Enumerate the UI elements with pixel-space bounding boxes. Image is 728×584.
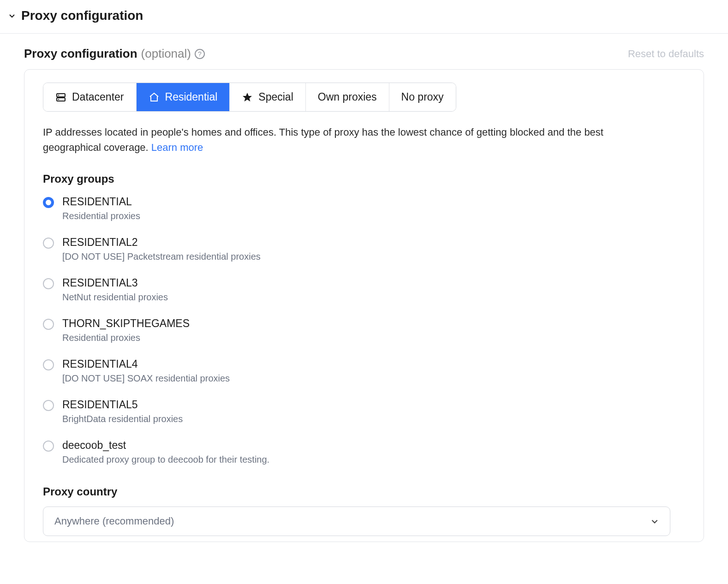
radio-title: RESIDENTIAL2	[62, 236, 261, 249]
home-icon	[149, 92, 160, 103]
chevron-down-icon	[650, 517, 659, 525]
proxy-group-radio[interactable]: RESIDENTIAL4 [DO NOT USE] SOAX residenti…	[43, 358, 685, 384]
radio-subtitle: [DO NOT USE] SOAX residential proxies	[62, 373, 230, 384]
svg-marker-4	[243, 93, 252, 101]
radio-texts: RESIDENTIAL4 [DO NOT USE] SOAX residenti…	[62, 358, 230, 384]
radio-subtitle: Residential proxies	[62, 211, 140, 221]
tab-label: Own proxies	[318, 91, 377, 103]
proxy-group-radio[interactable]: RESIDENTIAL Residential proxies	[43, 196, 685, 221]
radio-icon	[43, 238, 54, 249]
radio-icon	[43, 319, 54, 330]
radio-subtitle: Dedicated proxy group to deecoob for the…	[62, 454, 269, 465]
radio-subtitle: NetNut residential proxies	[62, 292, 168, 303]
proxy-group-radio[interactable]: deecoob_test Dedicated proxy group to de…	[43, 439, 685, 465]
radio-icon	[43, 197, 54, 208]
proxy-country-heading: Proxy country	[43, 485, 685, 498]
svg-rect-0	[57, 94, 65, 97]
radio-title: deecoob_test	[62, 439, 269, 452]
radio-title: THORN_SKIPTHEGAMES	[62, 317, 190, 330]
section-title: Proxy configuration	[21, 8, 143, 23]
help-icon[interactable]: ?	[195, 49, 205, 59]
tab-no-proxy[interactable]: No proxy	[389, 83, 456, 111]
config-box: Datacenter Residential Special	[24, 69, 704, 542]
server-icon	[55, 92, 66, 103]
tab-own-proxies[interactable]: Own proxies	[306, 83, 389, 111]
tab-datacenter[interactable]: Datacenter	[43, 83, 137, 111]
radio-subtitle: [DO NOT USE] Packetstream residential pr…	[62, 251, 261, 262]
radio-icon	[43, 441, 54, 452]
tab-residential[interactable]: Residential	[137, 83, 230, 111]
proxy-group-radio[interactable]: RESIDENTIAL2 [DO NOT USE] Packetstream r…	[43, 236, 685, 262]
radio-title: RESIDENTIAL	[62, 196, 140, 208]
radio-texts: THORN_SKIPTHEGAMES Residential proxies	[62, 317, 190, 343]
svg-rect-1	[57, 98, 65, 101]
radio-icon	[43, 278, 54, 289]
radio-texts: RESIDENTIAL3 NetNut residential proxies	[62, 277, 168, 303]
config-optional-label: (optional)	[141, 47, 191, 61]
tab-special[interactable]: Special	[230, 83, 305, 111]
config-area: Proxy configuration (optional) ? Reset t…	[0, 34, 728, 542]
proxy-groups-list: RESIDENTIAL Residential proxies RESIDENT…	[43, 196, 685, 465]
radio-texts: deecoob_test Dedicated proxy group to de…	[62, 439, 269, 465]
tab-label: Special	[258, 91, 293, 103]
radio-icon	[43, 359, 54, 370]
tab-description: IP addresses located in people's homes a…	[43, 125, 661, 155]
proxy-country-select[interactable]: Anywhere (recommended)	[43, 507, 670, 536]
radio-texts: RESIDENTIAL5 BrightData residential prox…	[62, 399, 183, 424]
proxy-groups-heading: Proxy groups	[43, 173, 685, 185]
proxy-group-radio[interactable]: THORN_SKIPTHEGAMES Residential proxies	[43, 317, 685, 343]
description-text: IP addresses located in people's homes a…	[43, 126, 603, 153]
radio-title: RESIDENTIAL4	[62, 358, 230, 370]
chevron-down-icon	[8, 12, 16, 19]
star-icon	[242, 92, 253, 103]
radio-title: RESIDENTIAL3	[62, 277, 168, 289]
radio-subtitle: BrightData residential proxies	[62, 414, 183, 424]
learn-more-link[interactable]: Learn more	[151, 142, 203, 153]
radio-icon	[43, 400, 54, 411]
reset-to-defaults-link[interactable]: Reset to defaults	[628, 48, 704, 60]
select-value: Anywhere (recommended)	[54, 515, 174, 527]
proxy-group-radio[interactable]: RESIDENTIAL5 BrightData residential prox…	[43, 399, 685, 424]
config-label-row: Proxy configuration (optional) ?	[24, 47, 205, 61]
radio-texts: RESIDENTIAL2 [DO NOT USE] Packetstream r…	[62, 236, 261, 262]
section-header[interactable]: Proxy configuration	[0, 0, 728, 34]
tab-label: Residential	[165, 91, 218, 103]
radio-subtitle: Residential proxies	[62, 333, 190, 343]
config-label: Proxy configuration	[24, 47, 137, 61]
proxy-group-radio[interactable]: RESIDENTIAL3 NetNut residential proxies	[43, 277, 685, 303]
tab-label: No proxy	[401, 91, 444, 103]
radio-texts: RESIDENTIAL Residential proxies	[62, 196, 140, 221]
tab-label: Datacenter	[72, 91, 124, 103]
config-header: Proxy configuration (optional) ? Reset t…	[24, 47, 704, 61]
radio-title: RESIDENTIAL5	[62, 399, 183, 411]
proxy-type-tabs: Datacenter Residential Special	[43, 83, 456, 112]
